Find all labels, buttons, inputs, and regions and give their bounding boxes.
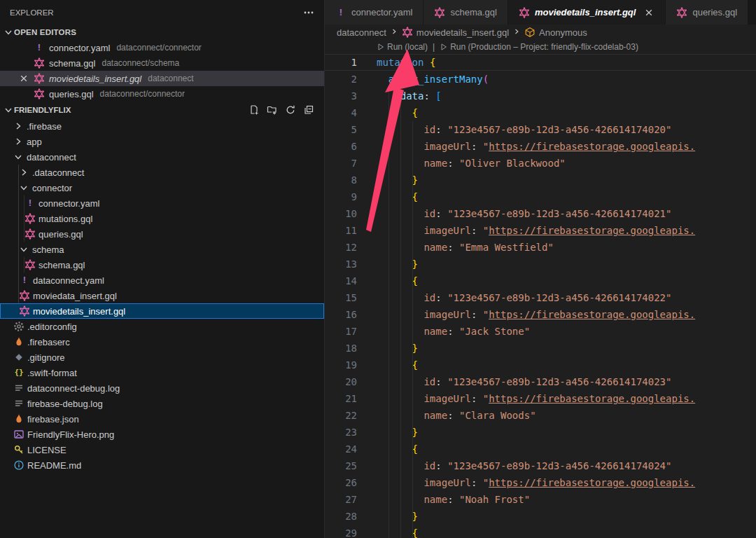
code-line-26[interactable]: 26 imageUrl: "https://firebasestorage.go…	[325, 474, 756, 491]
code-line-2[interactable]: 2 actor_insertMany(	[325, 71, 756, 88]
image-url-link[interactable]: https://firebasestorage.googleapis.	[489, 477, 695, 488]
tree-item-readme-md[interactable]: README.md	[0, 457, 324, 473]
code-line-20[interactable]: 20 id: "123e4567-e89b-12d3-a456-42661417…	[325, 373, 756, 390]
code-token	[424, 57, 429, 68]
code-token: "123e4567-e89b-12d3-a456-426614174021"	[447, 208, 671, 219]
code-token: :	[447, 410, 459, 421]
tab-queries-gql[interactable]: queries.gql	[666, 0, 748, 25]
open-editor-queries-gql[interactable]: queries.gqldataconnect/connector	[0, 86, 324, 102]
line-number: 28	[325, 508, 357, 525]
code-token	[377, 90, 400, 102]
open-editor-schema-gql[interactable]: schema.gqldataconnect/schema	[0, 55, 324, 71]
code-editor[interactable]: 1mutation {2 actor_insertMany(3 data: [4…	[325, 54, 756, 538]
tab-connector-yaml[interactable]: !connector.yaml	[325, 0, 424, 25]
code-line-24[interactable]: 24 {	[325, 441, 756, 457]
code-line-19[interactable]: 19 {	[325, 357, 756, 373]
image-url-link[interactable]: https://firebasestorage.googleapis.	[489, 141, 695, 152]
code-line-10[interactable]: 10 id: "123e4567-e89b-12d3-a456-42661417…	[325, 205, 756, 222]
tree-item-schema[interactable]: schema	[0, 242, 324, 257]
code-line-text: {	[357, 441, 756, 457]
braces-icon: {}	[13, 367, 24, 378]
code-line-7[interactable]: 7 name: "Oliver Blackwood"	[325, 155, 756, 172]
tree-item-firebase-debug-log[interactable]: firebase-debug.log	[0, 396, 324, 411]
tree-item-dataconnect-yaml[interactable]: !dataconnect.yaml	[0, 273, 324, 288]
code-line-9[interactable]: 9 {	[325, 188, 756, 205]
codelens-run-production[interactable]: Run (Production – Project: friendly-flix…	[440, 42, 638, 52]
tree-item-dataconnect[interactable]: .dataconnect	[0, 165, 324, 180]
tree-item-dataconnect[interactable]: dataconnect	[0, 149, 324, 165]
tree-item-connector-yaml[interactable]: !connector.yaml	[0, 195, 324, 211]
code-token	[377, 191, 412, 202]
tree-item-queries-gql[interactable]: queries.gql	[0, 226, 324, 242]
code-line-18[interactable]: 18 }	[325, 340, 756, 357]
tree-item-mutations-gql[interactable]: mutations.gql	[0, 211, 324, 226]
line-number: 10	[325, 205, 357, 222]
tree-item-app[interactable]: app	[0, 134, 324, 149]
tree-item-moviedetails-insert-gql[interactable]: moviedetails_insert.gql	[0, 303, 324, 319]
tree-item-license[interactable]: LICENSE	[0, 442, 324, 457]
tree-item-dataconnect-debug-log[interactable]: dataconnect-debug.log	[0, 380, 324, 396]
breadcrumb-item-dataconnect[interactable]: dataconnect	[337, 27, 386, 38]
code-line-4[interactable]: 4 {	[325, 104, 756, 121]
tree-item-connector[interactable]: connector	[0, 180, 324, 195]
code-line-16[interactable]: 16 imageUrl: "https://firebasestorage.go…	[325, 306, 756, 323]
code-line-15[interactable]: 15 id: "123e4567-e89b-12d3-a456-42661417…	[325, 289, 756, 306]
code-line-1[interactable]: 1mutation {	[325, 54, 756, 71]
new-file-icon[interactable]	[248, 104, 260, 116]
code-line-14[interactable]: 14 {	[325, 273, 756, 289]
tree-item-moviedata-insert-gql[interactable]: moviedata_insert.gql	[0, 288, 324, 303]
tree-item-swift-format[interactable]: {}.swift-format	[0, 365, 324, 380]
image-url-link[interactable]: https://firebasestorage.googleapis.	[489, 225, 695, 236]
tree-item-firebaserc[interactable]: .firebaserc	[0, 334, 324, 350]
tree-item-editorconfig[interactable]: .editorconfig	[0, 319, 324, 334]
close-icon[interactable]	[18, 73, 29, 84]
code-token: {	[412, 275, 418, 287]
code-line-27[interactable]: 27 name: "Noah Frost"	[325, 491, 756, 508]
workspace-section-header[interactable]: FRIENDLYFLIX	[0, 102, 324, 118]
tree-item-friendlyflix-hero-png[interactable]: FriendlyFlix-Hero.png	[0, 427, 324, 442]
new-folder-icon[interactable]	[267, 104, 278, 116]
open-editors-section-header[interactable]: OPEN EDITORS	[0, 25, 324, 40]
collapse-all-icon[interactable]	[303, 104, 314, 116]
tree-item-schema-gql[interactable]: schema.gql	[0, 257, 324, 273]
open-editor-connector-yaml[interactable]: !connector.yamldataconnect/connector	[0, 40, 324, 55]
code-token: name	[424, 158, 447, 169]
code-line-17[interactable]: 17 name: "Jack Stone"	[325, 323, 756, 340]
code-line-5[interactable]: 5 id: "123e4567-e89b-12d3-a456-426614174…	[325, 121, 756, 138]
code-line-12[interactable]: 12 name: "Emma Westfield"	[325, 239, 756, 256]
code-token	[377, 225, 424, 236]
chevron-down-icon	[3, 104, 14, 116]
tree-item-gitignore[interactable]: .gitignore	[0, 350, 324, 365]
workspace-actions	[248, 104, 324, 116]
tree-item-firebase-json[interactable]: firebase.json	[0, 411, 324, 427]
code-line-13[interactable]: 13 }	[325, 256, 756, 273]
code-token: :	[435, 208, 447, 219]
tree-item-firebase[interactable]: .firebase	[0, 118, 324, 134]
code-line-25[interactable]: 25 id: "123e4567-e89b-12d3-a456-42661417…	[325, 457, 756, 474]
image-url-link[interactable]: https://firebasestorage.googleapis.	[489, 393, 695, 404]
tab-close-button[interactable]	[643, 7, 654, 18]
open-editor-path: dataconnect/connector	[116, 43, 201, 53]
open-editor-moviedetails-insert-gql[interactable]: moviedetails_insert.gqldataconnect	[0, 71, 324, 86]
tab-schema-gql[interactable]: schema.gql	[424, 0, 507, 25]
ellipsis-icon[interactable]	[303, 7, 314, 18]
breadcrumb-item-anonymous[interactable]: Anonymous	[524, 27, 587, 38]
refresh-icon[interactable]	[285, 104, 296, 116]
code-token: "	[483, 225, 489, 236]
breadcrumb-item-moviedetails-insert-gql[interactable]: moviedetails_insert.gql	[402, 27, 509, 38]
code-line-11[interactable]: 11 imageUrl: "https://firebasestorage.go…	[325, 222, 756, 239]
code-token: actor_insertMany	[388, 74, 483, 85]
codelens-run-local[interactable]: Run (local)	[377, 42, 428, 52]
image-url-link[interactable]: https://firebasestorage.googleapis.	[489, 309, 695, 320]
code-line-8[interactable]: 8 }	[325, 172, 756, 188]
code-token	[377, 427, 412, 438]
code-line-3[interactable]: 3 data: [	[325, 88, 756, 104]
code-token	[377, 141, 424, 152]
code-line-6[interactable]: 6 imageUrl: "https://firebasestorage.goo…	[325, 138, 756, 155]
code-line-22[interactable]: 22 name: "Clara Woods"	[325, 407, 756, 424]
code-line-28[interactable]: 28 }	[325, 508, 756, 525]
tab-moviedetails-insert-gql[interactable]: moviedetails_insert.gql	[508, 0, 666, 25]
code-line-21[interactable]: 21 imageUrl: "https://firebasestorage.go…	[325, 390, 756, 407]
code-line-23[interactable]: 23 }	[325, 424, 756, 441]
code-line-29[interactable]: 29 {	[325, 525, 756, 538]
